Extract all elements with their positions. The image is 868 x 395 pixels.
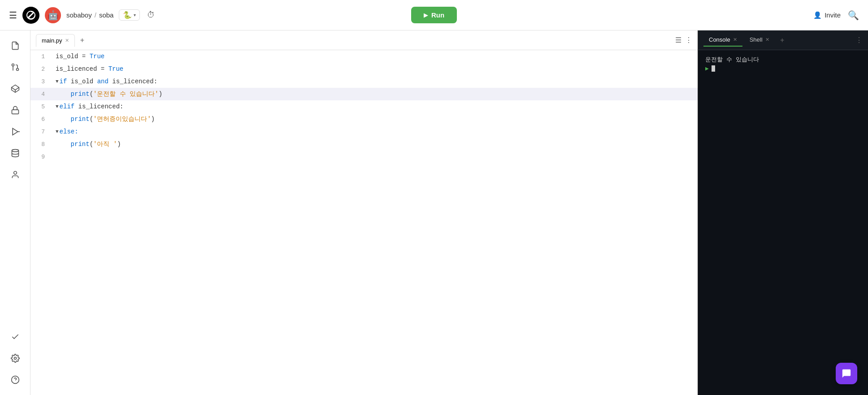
console-tabs: Console ✕ Shell ✕ + ⋮: [698, 30, 868, 50]
console-tab-label: Console: [709, 36, 730, 43]
sidebar-item-database[interactable]: [5, 143, 25, 163]
editor-menu-icon[interactable]: ⋮: [685, 36, 692, 44]
svg-rect-5: [12, 110, 18, 114]
invite-label: Invite: [825, 11, 841, 19]
run-button[interactable]: ▶ Run: [411, 7, 457, 23]
line-number-4: 4: [30, 88, 52, 100]
line-content-4[interactable]: print ( '운전할 수 있습니다' ): [52, 88, 698, 100]
sidebar-item-git[interactable]: [5, 57, 25, 77]
console-menu-icon[interactable]: ⋮: [855, 36, 863, 44]
svg-point-10: [14, 357, 16, 360]
console-output: 운전할 수 있습니다 ▶: [698, 50, 868, 395]
run-label: Run: [431, 11, 444, 19]
line-content-3[interactable]: ▼ if is_old and is_licenced:: [52, 75, 698, 88]
svg-marker-6: [13, 129, 18, 135]
breadcrumb: sobaboy / soba: [66, 11, 113, 19]
line-content-9[interactable]: [52, 150, 698, 163]
tab-shell[interactable]: Shell ✕: [744, 34, 775, 47]
lock-icon: [11, 106, 20, 115]
code-editor[interactable]: 1 is_old = True 2 is_licenced = True 3: [30, 50, 698, 395]
code-line-1: 1 is_old = True: [30, 50, 698, 63]
line-content-6[interactable]: print ( '면허증이있습니다' ): [52, 113, 698, 125]
tab-close-icon[interactable]: ✕: [65, 38, 69, 43]
breadcrumb-separator: /: [95, 11, 96, 19]
line-number-2: 2: [30, 63, 52, 75]
editor-tabs: main.py ✕ + ☰ ⋮: [30, 30, 698, 50]
console-panel: Console ✕ Shell ✕ + ⋮ 운전할 수 있습니다 ▶: [698, 30, 868, 395]
sidebar-item-check[interactable]: [5, 327, 25, 347]
prompt-arrow-icon: ▶: [705, 65, 709, 72]
sidebar-item-packages[interactable]: [5, 79, 25, 99]
line-content-1[interactable]: is_old = True: [52, 50, 698, 63]
line-number-9: 9: [30, 150, 52, 163]
svg-point-0: [16, 69, 18, 71]
debugger-icon: [11, 127, 20, 136]
shell-tab-label: Shell: [750, 36, 763, 43]
code-line-7: 7 ▼ else:: [30, 125, 698, 138]
line-number-5: 5: [30, 100, 52, 113]
svg-point-8: [12, 150, 18, 152]
code-line-2: 2 is_licenced = True: [30, 63, 698, 75]
tab-filename: main.py: [42, 37, 62, 44]
editor-toolbar-right: ☰ ⋮: [675, 36, 692, 44]
tab-main-py[interactable]: main.py ✕: [36, 34, 75, 47]
database-icon: [11, 149, 20, 158]
code-format-icon[interactable]: ☰: [675, 36, 681, 44]
person-icon: [11, 170, 20, 179]
sidebar-item-account[interactable]: [5, 165, 25, 185]
sidebar-item-files[interactable]: [5, 36, 25, 56]
line-number-6: 6: [30, 113, 52, 125]
console-tab-close-icon[interactable]: ✕: [733, 37, 737, 43]
main-layout: main.py ✕ + ☰ ⋮ 1 is_old = True: [0, 30, 868, 395]
replit-logo-icon: [26, 10, 36, 21]
sidebar-item-secrets[interactable]: [5, 100, 25, 120]
chevron-down-icon: ▾: [134, 13, 136, 17]
line-number-1: 1: [30, 50, 52, 63]
hamburger-icon[interactable]: ☰: [9, 10, 17, 21]
svg-point-9: [13, 172, 17, 175]
chat-icon: [842, 369, 851, 378]
line-content-7[interactable]: ▼ else:: [52, 125, 698, 138]
run-play-icon: ▶: [424, 12, 428, 18]
line-number-3: 3: [30, 75, 52, 88]
git-icon: [11, 63, 20, 72]
topbar-right: 👤 Invite 🔍: [462, 10, 859, 21]
output-line-1: 운전할 수 있습니다: [705, 56, 861, 65]
code-line-9: 9: [30, 150, 698, 163]
code-line-4: 4 print ( '운전할 수 있습니다' ): [30, 88, 698, 100]
avatar[interactable]: 🤖: [45, 7, 61, 23]
packages-icon: [11, 84, 20, 93]
code-line-5: 5 ▼ elif is_licenced:: [30, 100, 698, 113]
tab-console[interactable]: Console ✕: [703, 34, 742, 47]
line-content-2[interactable]: is_licenced = True: [52, 63, 698, 75]
settings-icon: [11, 354, 20, 363]
shell-tab-close-icon[interactable]: ✕: [765, 37, 769, 43]
python-version-badge[interactable]: 🐍 ▾: [119, 9, 140, 21]
code-line-3: 3 ▼ if is_old and is_licenced:: [30, 75, 698, 88]
repl-name-label[interactable]: soba: [99, 11, 114, 19]
line-content-5[interactable]: ▼ elif is_licenced:: [52, 100, 698, 113]
topbar-left: ☰ 🤖 sobaboy / soba 🐍 ▾ ⏱: [9, 7, 406, 24]
username-label[interactable]: sobaboy: [66, 11, 92, 19]
code-line-8: 8 print ( '아직 ' ): [30, 138, 698, 150]
sidebar-item-debugger[interactable]: [5, 122, 25, 142]
add-tab-button[interactable]: +: [77, 34, 88, 46]
svg-point-1: [12, 64, 14, 66]
invite-button[interactable]: 👤 Invite: [813, 11, 841, 19]
add-console-tab-button[interactable]: +: [777, 34, 788, 46]
sidebar-item-help[interactable]: [5, 370, 25, 390]
sidebar-item-settings[interactable]: [5, 348, 25, 368]
logo: [22, 7, 39, 24]
line-number-7: 7: [30, 125, 52, 138]
cursor-block: [712, 65, 715, 72]
history-icon[interactable]: ⏱: [147, 10, 155, 20]
python-icon: 🐍: [123, 11, 132, 19]
line-content-8[interactable]: print ( '아직 ' ): [52, 138, 698, 150]
files-icon: [11, 41, 20, 50]
topbar: ☰ 🤖 sobaboy / soba 🐍 ▾ ⏱ ▶ Run 👤 Invite: [0, 0, 868, 30]
chat-button[interactable]: [836, 363, 857, 384]
editor-area: main.py ✕ + ☰ ⋮ 1 is_old = True: [30, 30, 698, 395]
search-icon[interactable]: 🔍: [848, 10, 859, 21]
line-number-8: 8: [30, 138, 52, 150]
prompt-line: ▶: [705, 65, 861, 72]
